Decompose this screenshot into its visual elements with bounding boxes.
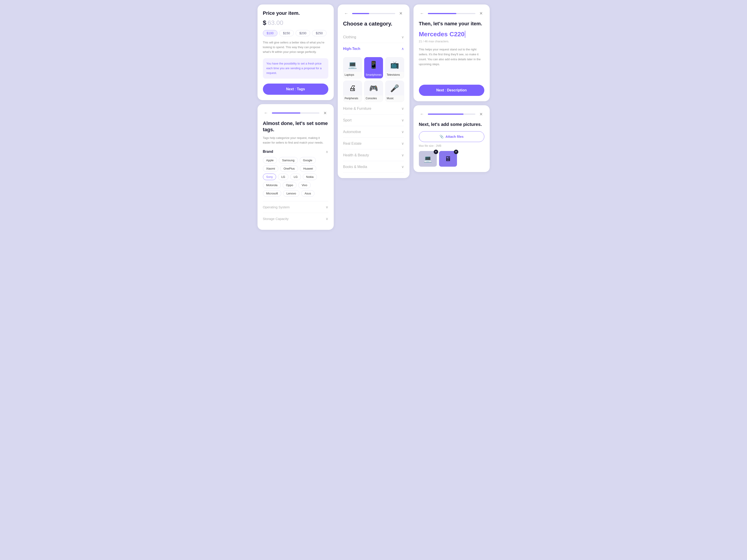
automotive-chevron-icon: ∨: [402, 130, 404, 134]
hightech-chevron-icon: ∧: [402, 47, 404, 51]
attach-files-button[interactable]: 📎 Attach files: [419, 131, 484, 142]
close-icon: ✕: [480, 112, 483, 117]
name-progress-bar: [428, 13, 475, 14]
tags-close-button[interactable]: ✕: [322, 110, 328, 116]
price-chip-100[interactable]: $100: [263, 30, 278, 36]
chip-xiaomi[interactable]: Xiaomi: [263, 165, 279, 172]
pictures-close-button[interactable]: ✕: [478, 111, 484, 117]
name-close-button[interactable]: ✕: [478, 10, 484, 17]
sport-label: Sport: [343, 118, 352, 122]
info-text: You have the possibility to set a fresh …: [266, 61, 325, 75]
price-chip-250[interactable]: $250: [312, 30, 327, 36]
homefurniture-label: Home & Furniture: [343, 107, 371, 111]
paperclip-icon: 📎: [439, 135, 444, 139]
chip-lenovo[interactable]: Lenovo: [283, 190, 300, 197]
pictures-progress-fill: [428, 113, 463, 115]
tags-card-header: ← ✕: [263, 110, 328, 116]
laptops-img: 💻: [343, 57, 362, 72]
tags-description: Tags help categorize your request, makin…: [263, 136, 328, 145]
category-healthbeauty[interactable]: Health & Beauty ∨: [343, 150, 404, 161]
next-label: Next: [436, 88, 444, 92]
tags-back-button[interactable]: ←: [263, 110, 269, 116]
next-sub-description: Description: [447, 88, 467, 92]
os-chevron-icon: ∨: [326, 205, 328, 209]
name-card-header: ← ✕: [419, 10, 484, 17]
chip-motorola[interactable]: Motorola: [263, 182, 281, 188]
chip-apple[interactable]: Apple: [263, 157, 277, 163]
subcat-televisions[interactable]: 📺 Televisions: [385, 57, 404, 78]
file-size-note: Max file size : 2MB: [419, 144, 484, 148]
chip-oneplus[interactable]: OnePlus: [280, 165, 298, 172]
os-accordion[interactable]: Operating System ∨: [263, 201, 328, 213]
close-icon: ✕: [480, 11, 483, 16]
category-back-button[interactable]: ←: [343, 10, 350, 17]
close-icon: ✕: [324, 111, 327, 115]
price-chips: $100 $150 $200 $250: [263, 30, 328, 36]
chip-lg2[interactable]: LG: [290, 174, 301, 180]
item-name-text[interactable]: Mercedes C220: [419, 31, 465, 38]
pictures-back-button[interactable]: ←: [419, 111, 425, 117]
text-cursor: [465, 31, 465, 38]
laptops-label: Laptops: [343, 72, 362, 78]
back-arrow-icon: ←: [264, 111, 268, 115]
name-title: Then, let's name your item.: [419, 21, 484, 27]
chip-sony[interactable]: Sony: [263, 174, 276, 180]
name-description: This helps your request stand out to the…: [419, 47, 484, 67]
chip-microsoft[interactable]: Microsoft: [263, 190, 282, 197]
pictures-progress-bar: [428, 113, 475, 115]
price-chip-200[interactable]: $200: [295, 30, 310, 36]
next-tags-button[interactable]: Next : Tags: [263, 84, 328, 95]
card-category: ← ✕ Choose a category. Clothing ∨ High-T…: [338, 4, 410, 178]
automotive-label: Automotive: [343, 130, 361, 134]
category-title: Choose a category.: [343, 21, 404, 27]
category-realestate[interactable]: Real Estate ∨: [343, 138, 404, 150]
chip-huawei[interactable]: Huawei: [300, 165, 316, 172]
smartphones-label: Smartphones: [364, 72, 383, 78]
category-homefurniture[interactable]: Home & Furniture ∨: [343, 103, 404, 114]
back-arrow-icon: ←: [344, 11, 348, 16]
category-sport[interactable]: Sport ∨: [343, 114, 404, 126]
brand-chips: Apple Samsung Google Xiaomi OnePlus Huaw…: [263, 157, 328, 197]
chip-oppo[interactable]: Oppo: [283, 182, 297, 188]
subcat-music[interactable]: 🎤 Music: [385, 81, 404, 102]
card-tags: ← ✕ Almost done, let's set some tags. Ta…: [258, 104, 334, 230]
price-description: This will give sellers a better idea of …: [263, 40, 328, 54]
tags-title: Almost done, let's set some tags.: [263, 120, 328, 133]
category-close-button[interactable]: ✕: [398, 10, 404, 17]
price-chip-150[interactable]: $150: [279, 30, 294, 36]
close-icon: ✕: [399, 11, 403, 16]
category-booksmedia[interactable]: Books & Media ∨: [343, 161, 404, 173]
subcat-smartphones[interactable]: 📱 Smartphones: [364, 57, 383, 78]
category-progress-fill: [352, 13, 369, 14]
healthbeauty-label: Health & Beauty: [343, 153, 369, 157]
subcat-laptops[interactable]: 💻 Laptops: [343, 57, 362, 78]
storage-accordion[interactable]: Storage Capacity ∨: [263, 213, 328, 224]
chip-lg1[interactable]: LG: [278, 174, 288, 180]
realestate-label: Real Estate: [343, 141, 362, 145]
os-label: Operating System: [263, 205, 290, 209]
category-automotive[interactable]: Automotive ∨: [343, 126, 404, 138]
name-back-button[interactable]: ←: [419, 10, 425, 17]
realestate-chevron-icon: ∨: [402, 141, 404, 145]
chip-asus[interactable]: Asus: [301, 190, 314, 197]
subcat-consoles[interactable]: 🎮 Consoles: [364, 81, 383, 102]
storage-label: Storage Capacity: [263, 217, 289, 221]
chip-nokia[interactable]: Nokia: [303, 174, 317, 180]
price-value[interactable]: 63.00: [267, 19, 283, 26]
thumb-1-remove[interactable]: ✕: [434, 150, 438, 154]
next-description-button[interactable]: Next : Description: [419, 85, 484, 96]
name-progress-fill: [428, 13, 456, 14]
picture-thumbs: 💻 ✕ 🖥 ✕: [419, 151, 484, 167]
thumb-2-remove[interactable]: ✕: [454, 150, 458, 154]
chip-samsung[interactable]: Samsung: [279, 157, 298, 163]
peripherals-label: Peripherals: [343, 96, 362, 102]
tags-progress-fill: [272, 112, 300, 113]
category-hightech[interactable]: High-Tech ∧: [343, 43, 404, 54]
booksmedia-label: Books & Media: [343, 165, 367, 169]
chip-vivo[interactable]: Vivo: [298, 182, 311, 188]
homefurniture-chevron-icon: ∨: [402, 106, 404, 111]
subcat-peripherals[interactable]: 🖨 Peripherals: [343, 81, 362, 102]
right-column: ← ✕ Then, let's name your item. Mercedes…: [413, 4, 490, 172]
chip-google[interactable]: Google: [300, 157, 316, 163]
category-clothing[interactable]: Clothing ∨: [343, 31, 404, 43]
